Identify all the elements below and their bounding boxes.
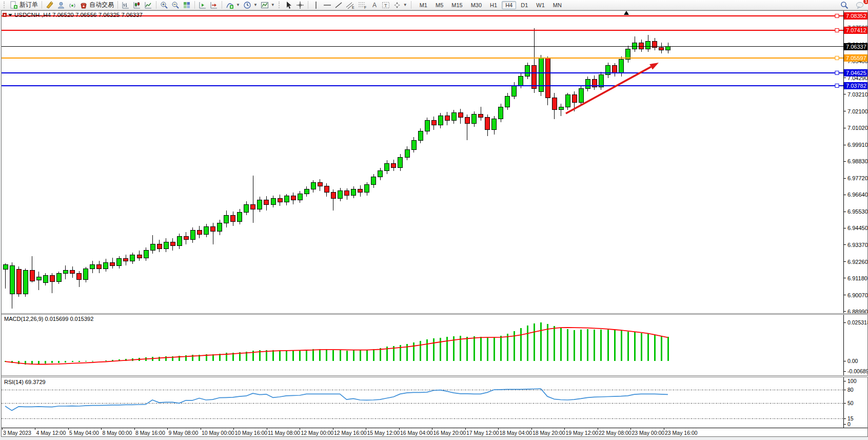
bar-chart-button[interactable] <box>120 1 131 10</box>
zoom-in-button[interactable] <box>159 1 170 10</box>
timeframe-h1[interactable]: H1 <box>486 1 501 9</box>
svg-text:8 May 16:00: 8 May 16:00 <box>135 430 165 436</box>
chart-shift-button[interactable] <box>208 1 220 10</box>
notification-badge: 1 <box>863 0 868 4</box>
new-order-button[interactable]: 新订单 <box>8 1 40 10</box>
svg-text:6.92260: 6.92260 <box>847 259 868 265</box>
bar-chart-icon <box>122 1 130 9</box>
chart-window: 7.075687.064807.054007.042907.032107.021… <box>0 0 868 440</box>
separator <box>411 1 411 9</box>
timeframe-m5[interactable]: M5 <box>432 1 447 9</box>
chevron-down-icon: ▼ <box>403 3 407 7</box>
timeframe-h4[interactable]: H4 <box>502 1 516 9</box>
text-button[interactable]: A <box>369 1 380 10</box>
svg-text:7.02100: 7.02100 <box>847 108 868 114</box>
crosshair-icon <box>296 1 304 9</box>
svg-text:0.025318: 0.025318 <box>847 319 868 326</box>
svg-text:50: 50 <box>847 400 854 406</box>
svg-text:12 May 00:00: 12 May 00:00 <box>301 430 334 436</box>
svg-text:7.05597: 7.05597 <box>846 55 866 61</box>
crosshair-button[interactable] <box>294 1 306 10</box>
line-handle[interactable] <box>835 14 839 18</box>
svg-text:6.96640: 6.96640 <box>847 192 868 198</box>
svg-text:6.97720: 6.97720 <box>847 175 868 181</box>
svg-text:E: E <box>352 6 354 9</box>
toolbar-grip[interactable] <box>279 2 281 8</box>
search-button[interactable] <box>839 1 850 10</box>
line-handle[interactable] <box>835 84 839 87</box>
autoscroll-icon <box>199 1 207 9</box>
hline-button[interactable] <box>322 1 333 10</box>
timeframe-d1[interactable]: D1 <box>517 1 531 9</box>
svg-text:16 May 04:00: 16 May 04:00 <box>400 430 433 436</box>
svg-text:0.00: 0.00 <box>847 358 858 364</box>
fibonacci-button[interactable]: F <box>357 1 369 10</box>
svg-text:7.06337: 7.06337 <box>846 44 866 50</box>
cursor-button[interactable] <box>283 1 294 10</box>
svg-text:12 May 16:00: 12 May 16:00 <box>334 430 367 436</box>
new-order-icon <box>10 1 18 9</box>
line-handle[interactable] <box>835 28 839 32</box>
svg-text:11 May 08:00: 11 May 08:00 <box>268 430 300 436</box>
tile-windows-button[interactable] <box>181 1 192 10</box>
separator <box>42 1 42 9</box>
svg-text:5 May 04:00: 5 May 04:00 <box>69 430 99 436</box>
svg-text:16 May 20:00: 16 May 20:00 <box>433 430 466 436</box>
svg-text:18 May 20:00: 18 May 20:00 <box>532 430 565 436</box>
indicators-add-icon <box>226 1 234 9</box>
timeframe-m30[interactable]: M30 <box>467 1 485 9</box>
arrows-button[interactable]: ▼ <box>391 1 409 10</box>
signals-button[interactable] <box>67 1 78 10</box>
profile-icon <box>57 1 65 9</box>
profiles-button[interactable] <box>55 1 67 10</box>
toolbar-grip[interactable] <box>4 2 6 8</box>
toolbar: 新订单 自动交易 ▼ ▼ ▼ E F A T ▼ M1M5M15M30H1H4D… <box>0 0 868 10</box>
svg-text:6.93370: 6.93370 <box>847 242 868 248</box>
line-handle[interactable] <box>835 71 839 74</box>
line-chart-button[interactable] <box>143 1 154 10</box>
clock-icon <box>243 1 251 9</box>
zoom-out-icon <box>171 1 180 9</box>
timeframe-w1[interactable]: W1 <box>532 1 548 9</box>
vline-button[interactable] <box>310 1 322 10</box>
arrows-icon <box>393 1 401 9</box>
timeframe-m15[interactable]: M15 <box>448 1 466 9</box>
timeframe-mn[interactable]: MN <box>549 1 565 9</box>
svg-text:22 May 08:00: 22 May 08:00 <box>599 430 632 436</box>
chevron-down-icon: ▼ <box>236 3 240 7</box>
text-label-button[interactable]: T <box>380 1 391 10</box>
macd-label: MACD(12,26,9) 0.015699 0.015392 <box>4 316 93 322</box>
periods-button[interactable]: ▼ <box>242 1 259 10</box>
timeframe-m1[interactable]: M1 <box>416 1 431 9</box>
candle-chart-icon <box>133 1 141 9</box>
svg-text:80: 80 <box>847 387 854 393</box>
separator <box>308 1 308 9</box>
timeframe-group: M1M5M15M30H1H4D1W1MN <box>416 1 566 9</box>
candle-chart-button[interactable] <box>131 1 143 10</box>
autoscroll-button[interactable] <box>197 1 208 10</box>
template-icon <box>261 1 269 9</box>
cursor-icon <box>285 1 293 9</box>
equidistant-channel-icon: E <box>346 1 355 9</box>
separator <box>117 1 118 9</box>
indicators-button[interactable]: ▼ <box>224 1 242 10</box>
chart-title: USDCNH-,H4 7.06520 7.06556 7.06325 7.063… <box>14 12 143 18</box>
trendline-button[interactable] <box>333 1 344 10</box>
zoom-out-button[interactable] <box>170 1 181 10</box>
templates-button[interactable]: ▼ <box>259 1 277 10</box>
trendline-icon <box>334 1 343 9</box>
svg-text:7.01020: 7.01020 <box>847 125 868 131</box>
styler-button[interactable] <box>44 1 55 10</box>
rsi-label: RSI(14) 69.3729 <box>4 379 46 385</box>
svg-text:9 May 08:00: 9 May 08:00 <box>169 430 199 436</box>
chevron-down-icon: ▼ <box>271 3 275 7</box>
svg-text:7.04625: 7.04625 <box>846 70 866 76</box>
separator <box>222 1 222 9</box>
autotrade-button[interactable]: 自动交易 <box>78 1 115 10</box>
svg-text:100: 100 <box>847 378 857 384</box>
line-handle[interactable] <box>835 56 839 60</box>
notifications-button[interactable]: 1 <box>854 1 866 10</box>
separator <box>156 1 156 9</box>
svg-text:4 May 12:00: 4 May 12:00 <box>36 430 66 436</box>
channel-button[interactable]: E <box>344 1 357 10</box>
